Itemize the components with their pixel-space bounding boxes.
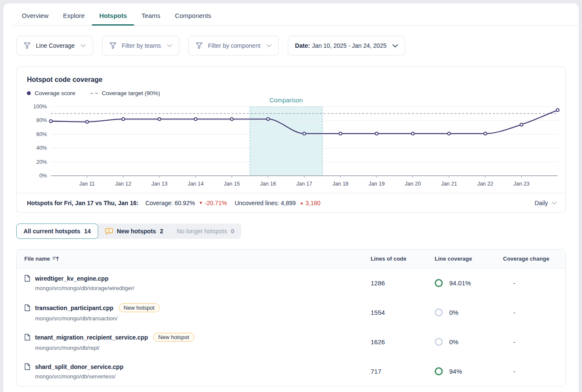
column-coverage-change: Coverage change — [503, 256, 565, 262]
table-header: File name Lines of code Line coverage Co… — [17, 250, 565, 268]
chip-label: No longer hotspots — [177, 228, 227, 235]
chart-legend: Coverage score Coverage target (90%) — [27, 90, 555, 96]
tab-overview[interactable]: Overview — [15, 3, 56, 25]
svg-text:Jan 20: Jan 20 — [405, 181, 421, 187]
svg-text:Jan 11: Jan 11 — [79, 181, 95, 187]
granularity-dropdown[interactable]: Daily — [535, 200, 557, 206]
file-path: mongo/src/mongo/db/transaction/ — [24, 315, 371, 322]
lines-of-code-value: 1286 — [371, 279, 435, 287]
chevron-down-icon — [392, 44, 398, 48]
date-range-dropdown[interactable]: Date: Jan 10, 2025 - Jan 24, 2025 — [288, 36, 405, 55]
table-row[interactable]: tenant_migration_recipient_service.cpp N… — [17, 327, 565, 357]
metric-filter-label: Line Coverage — [36, 42, 75, 49]
chip-label: All current hotspots — [23, 228, 80, 235]
file-icon — [24, 334, 30, 341]
metric-filter-dropdown[interactable]: Line Coverage — [16, 36, 93, 55]
tab-explore[interactable]: Explore — [56, 3, 92, 25]
table-row[interactable]: wiredtiger_kv_engine.cpp mongo/src/mongo… — [17, 268, 565, 298]
triangle-up-icon: ▲ — [300, 200, 304, 205]
component-filter-label: Filter by component — [208, 42, 260, 49]
coverage-change-value: - — [503, 368, 565, 375]
top-nav: Overview Explore Hotspots Teams Componen… — [3, 3, 579, 26]
chip-count: 2 — [160, 228, 163, 235]
chip-count: 14 — [84, 228, 91, 235]
file-name: transaction_participant.cpp — [35, 305, 114, 311]
svg-text:60%: 60% — [36, 131, 47, 137]
svg-text:Comparison: Comparison — [269, 97, 303, 104]
tab-hotspots[interactable]: Hotspots — [92, 3, 134, 25]
file-name: wiredtiger_kv_engine.cpp — [35, 275, 108, 282]
svg-text:80%: 80% — [36, 117, 47, 123]
date-range-value: Jan 10, 2025 - Jan 24, 2025 — [312, 42, 386, 49]
chip-new-hotspots[interactable]: New hotspots 2 — [98, 224, 170, 239]
new-hotspot-badge: New hotspot — [119, 303, 160, 312]
alert-bubble-icon — [105, 228, 113, 235]
svg-text:40%: 40% — [36, 145, 47, 151]
svg-text:Jan 13: Jan 13 — [152, 181, 168, 187]
table-row[interactable]: transaction_participant.cpp New hotspot … — [17, 298, 565, 327]
uncovered-lines-value: Uncovered lines: 4,899 — [234, 200, 295, 206]
coverage-value: 0% — [449, 338, 459, 346]
teams-filter-dropdown[interactable]: Filter by teams — [102, 36, 179, 55]
component-filter-dropdown[interactable]: Filter by component — [188, 36, 279, 55]
chevron-down-icon — [266, 44, 272, 47]
column-lines-of-code: Lines of code — [371, 256, 435, 262]
coverage-ring-icon — [435, 308, 443, 317]
table-row[interactable]: shard_split_donor_service.cpp mongo/src/… — [17, 357, 565, 386]
coverage-change-value: - — [503, 279, 565, 287]
svg-text:0%: 0% — [39, 173, 47, 179]
funnel-icon — [23, 42, 31, 49]
legend-coverage-target: Coverage target (90%) — [91, 90, 160, 96]
coverage-change-value: - — [503, 338, 565, 346]
hotspot-tab-row: All current hotspots 14 New hotspots 2 N… — [16, 224, 579, 239]
file-name: shard_split_donor_service.cpp — [35, 363, 123, 370]
sort-ascending-icon — [53, 256, 59, 261]
file-path: mongo/src/mongo/db/repl/ — [24, 345, 371, 351]
dashed-line-icon — [91, 93, 98, 94]
svg-text:Jan 14: Jan 14 — [187, 181, 204, 187]
coverage-ring-icon — [435, 338, 443, 346]
chart-title: Hotspot code coverage — [27, 76, 555, 84]
column-file-name[interactable]: File name — [24, 256, 371, 262]
svg-text:Jan 22: Jan 22 — [477, 181, 494, 187]
svg-text:Jan 19: Jan 19 — [369, 181, 385, 187]
chevron-down-icon — [552, 201, 557, 205]
filter-bar: Line Coverage Filter by teams Filter by … — [3, 26, 579, 55]
legend-coverage-score: Coverage score — [27, 90, 75, 96]
uncovered-lines-delta: 3,180 — [306, 200, 321, 206]
granularity-value: Daily — [535, 200, 548, 206]
hotspot-tab-group: All current hotspots 14 New hotspots 2 N… — [16, 224, 241, 239]
column-line-coverage: Line coverage — [435, 256, 503, 262]
legend-label: Coverage score — [35, 90, 75, 96]
tab-teams[interactable]: Teams — [134, 3, 167, 25]
funnel-icon — [109, 42, 117, 49]
chip-label: New hotspots — [117, 228, 156, 235]
new-hotspot-badge: New hotspot — [153, 333, 194, 342]
lines-of-code-value: 717 — [371, 368, 435, 375]
chevron-down-icon — [81, 44, 86, 47]
coverage-value: 94% — [449, 368, 462, 375]
coverage-value: 94.01% — [449, 279, 471, 287]
file-name: tenant_migration_recipient_service.cpp — [35, 334, 148, 341]
svg-text:Jan 23: Jan 23 — [513, 181, 529, 187]
chevron-down-icon — [167, 44, 172, 47]
svg-text:20%: 20% — [36, 159, 47, 165]
date-label: Date: — [295, 42, 310, 49]
svg-text:Jan 21: Jan 21 — [441, 181, 457, 187]
teams-filter-label: Filter by teams — [122, 42, 161, 49]
svg-text:Jan 17: Jan 17 — [296, 181, 313, 187]
file-icon — [24, 275, 30, 282]
lines-of-code-value: 1554 — [371, 309, 435, 316]
file-path: mongo/src/mongo/db/storage/wiredtiger/ — [24, 285, 371, 291]
coverage-ring-icon — [435, 279, 443, 287]
tab-components[interactable]: Components — [168, 3, 219, 25]
lines-of-code-value: 1626 — [371, 338, 435, 346]
coverage-value: 0% — [449, 309, 459, 316]
file-icon — [24, 304, 30, 311]
main-panel: Overview Explore Hotspots Teams Componen… — [3, 3, 579, 392]
file-icon — [24, 363, 30, 370]
svg-text:Jan 15: Jan 15 — [224, 181, 240, 187]
chip-no-longer-hotspots[interactable]: No longer hotspots 0 — [170, 224, 241, 239]
triangle-down-icon: ▼ — [199, 200, 203, 205]
chip-all-current-hotspots[interactable]: All current hotspots 14 — [16, 224, 98, 239]
